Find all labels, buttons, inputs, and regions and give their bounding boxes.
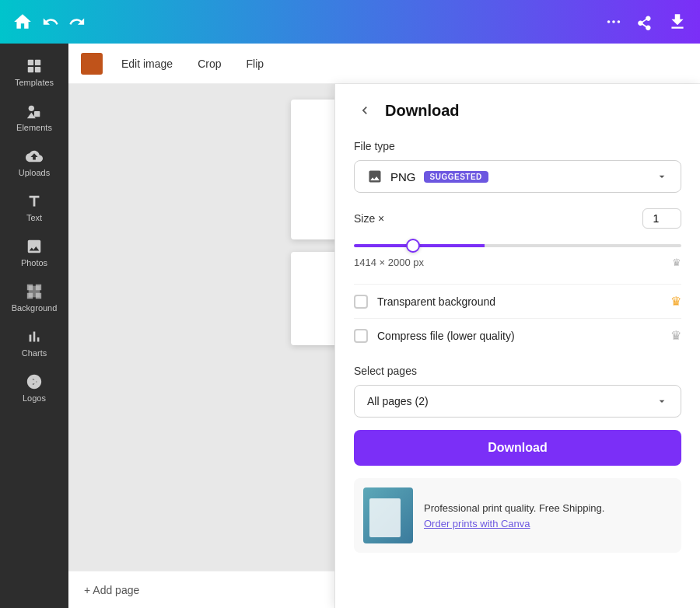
svg-rect-8 (34, 111, 40, 117)
download-button[interactable]: Download (354, 430, 681, 466)
topbar-right (605, 12, 688, 32)
back-button[interactable] (354, 100, 376, 121)
color-swatch[interactable] (81, 53, 103, 75)
select-pages-label: Select pages (354, 365, 681, 377)
export-icon[interactable] (667, 12, 688, 32)
main-area: Templates Elements Uploads Text Photos B… (0, 44, 700, 608)
transparent-bg-left: Transparent background (354, 295, 495, 309)
print-promo-text: Professional print quality. Free Shippin… (424, 501, 604, 516)
compress-row: Compress file (lower quality) ♛ (354, 318, 681, 352)
transparent-bg-label: Transparent background (377, 295, 495, 308)
print-link[interactable]: Order prints with Canva (424, 518, 530, 529)
panel-header: Download (354, 100, 681, 121)
svg-rect-6 (35, 67, 40, 72)
redo-icon[interactable] (68, 13, 86, 30)
suggested-badge: SUGGESTED (424, 171, 488, 183)
compress-left: Compress file (lower quality) (354, 329, 515, 343)
image-toolbar: Edit image Crop Flip (68, 44, 700, 84)
file-type-value: PNG (390, 170, 416, 183)
svg-point-7 (29, 106, 34, 111)
svg-rect-3 (28, 60, 33, 65)
size-label: Size × (354, 212, 384, 225)
crown-icon-compress: ♛ (670, 328, 681, 343)
sidebar-item-uploads[interactable]: Uploads (0, 140, 68, 185)
print-thumbnail (363, 487, 413, 543)
sidebar-item-logos[interactable]: Logos (0, 365, 68, 411)
compress-checkbox[interactable] (354, 329, 368, 343)
sidebar-item-text[interactable]: Text (0, 185, 68, 230)
compress-label: Compress file (lower quality) (377, 330, 515, 342)
add-page-button[interactable]: + Add page (84, 584, 139, 596)
svg-point-0 (607, 20, 611, 23)
svg-point-2 (618, 20, 621, 23)
print-promo-text-area: Professional print quality. Free Shippin… (424, 501, 604, 530)
size-row: Size × (354, 208, 681, 229)
sidebar-label-text: Text (26, 213, 42, 222)
pages-chevron-icon (656, 395, 668, 407)
sidebar-label-elements: Elements (16, 123, 52, 132)
sidebar-item-charts[interactable]: Charts (0, 320, 68, 365)
sidebar-label-templates: Templates (15, 78, 54, 87)
file-type-left: PNG SUGGESTED (367, 169, 488, 184)
svg-rect-5 (28, 67, 33, 72)
sidebar: Templates Elements Uploads Text Photos B… (0, 44, 68, 608)
undo-icon[interactable] (42, 13, 59, 30)
transparent-bg-checkbox[interactable] (354, 295, 368, 309)
crown-icon-gold: ♛ (670, 294, 681, 309)
sidebar-item-background[interactable]: Background (0, 275, 68, 320)
sidebar-label-uploads: Uploads (19, 168, 50, 177)
canvas-area: Edit image Crop Flip Download File type (68, 44, 700, 608)
print-promo: Professional print quality. Free Shippin… (354, 478, 681, 553)
sidebar-label-charts: Charts (22, 348, 47, 358)
transparent-bg-row: Transparent background ♛ (354, 284, 681, 318)
download-panel: Download File type PNG SUGGESTED Size × (334, 84, 700, 608)
sidebar-label-photos: Photos (21, 258, 47, 267)
sidebar-label-background: Background (12, 303, 58, 313)
svg-point-1 (612, 20, 615, 23)
size-slider-container (354, 236, 681, 250)
crop-button[interactable]: Crop (191, 54, 227, 73)
chevron-down-icon (656, 170, 668, 183)
sidebar-item-templates[interactable]: Templates (0, 50, 68, 95)
flip-button[interactable]: Flip (240, 54, 271, 73)
dimensions-text: 1414 × 2000 px ♛ (354, 257, 681, 268)
size-input[interactable] (642, 208, 681, 229)
pages-value: All pages (2) (367, 395, 429, 407)
topbar-left (12, 12, 86, 32)
sidebar-item-photos[interactable]: Photos (0, 230, 68, 275)
sidebar-label-logos: Logos (23, 393, 46, 403)
file-type-label: File type (354, 140, 681, 152)
share-icon[interactable] (635, 12, 655, 32)
file-type-dropdown[interactable]: PNG SUGGESTED (354, 160, 681, 193)
svg-rect-4 (35, 60, 40, 65)
pages-dropdown[interactable]: All pages (2) (354, 385, 681, 418)
panel-title: Download (385, 102, 460, 120)
topbar (0, 0, 700, 44)
more-icon[interactable] (605, 13, 622, 30)
select-pages-section: Select pages All pages (2) (354, 365, 681, 418)
home-icon[interactable] (12, 12, 33, 32)
crown-icon-dimensions: ♛ (672, 257, 681, 268)
sidebar-item-elements[interactable]: Elements (0, 95, 68, 140)
edit-image-button[interactable]: Edit image (115, 54, 179, 73)
size-slider[interactable] (354, 244, 681, 247)
